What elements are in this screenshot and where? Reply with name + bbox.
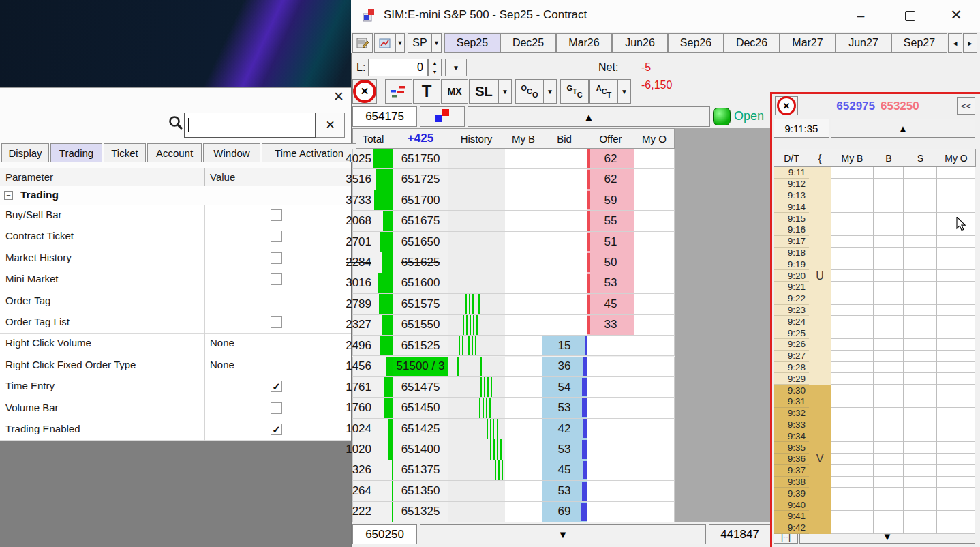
time-cell[interactable] [937,442,975,454]
time-cell[interactable] [874,224,904,236]
tab-contract-dec25[interactable]: Dec25 [500,33,556,53]
time-cell[interactable] [904,499,937,511]
tab-contract-jun27[interactable]: Jun27 [836,33,891,53]
time-cell[interactable] [831,430,874,442]
time-cell[interactable] [831,213,874,224]
time-cell[interactable] [874,477,904,488]
time-cell[interactable] [874,167,904,179]
depth-link-button[interactable] [420,106,465,127]
cancel-all-button[interactable]: ✕ [352,79,377,104]
ladder-cell-myo[interactable] [634,294,675,314]
chart-button[interactable] [374,33,396,53]
time-cell[interactable] [904,442,937,454]
time-cell[interactable] [874,396,904,408]
time-cell[interactable] [937,373,975,385]
time-cell[interactable] [937,201,975,213]
time-cell[interactable] [937,305,975,316]
time-cell[interactable] [874,419,904,431]
param-value[interactable]: None [210,359,234,370]
time-cell[interactable] [904,362,937,374]
ladder-cell-history[interactable] [448,377,506,398]
ladder-cell-offer[interactable] [587,439,635,460]
time-cell[interactable] [831,270,874,282]
time-row-label[interactable]: 9:36 [774,454,809,465]
ladder-cell-offer[interactable] [587,502,635,522]
trail-button[interactable]: T [413,79,440,104]
ladder-col-offer[interactable]: Offer [587,128,635,149]
ladder-cell-bid[interactable]: 15 [542,336,587,356]
settings-row[interactable]: Buy/Sell Bar [0,205,351,226]
param-checkbox[interactable] [271,231,282,242]
ladder-cell-offer[interactable]: 53 [587,274,635,294]
time-cell[interactable] [831,499,874,511]
ladder-cell-total[interactable]: 1024 [352,419,394,439]
chart-dropdown-arrow[interactable]: ▼ [395,33,405,53]
ladder-cell-total[interactable]: 3016 [352,274,394,294]
ladder-cell-offer[interactable] [587,357,635,377]
time-cell[interactable] [904,293,937,305]
ladder-cell-myo[interactable] [634,377,675,398]
ladder-cell-myb[interactable] [505,232,542,252]
ladder-cell-history[interactable] [448,398,506,418]
tab-contract-sep27[interactable]: Sep27 [891,33,947,53]
time-cell[interactable] [937,282,975,293]
ladder-cell-myo[interactable] [634,315,675,336]
low-price-box[interactable]: 650250 [352,524,417,544]
time-cell[interactable] [937,430,975,442]
time-cell[interactable] [831,167,874,179]
time-cell[interactable] [904,282,937,293]
time-cell[interactable] [904,190,937,202]
ladder-cell-total[interactable]: 1020 [352,439,394,460]
settings-tab-trading[interactable]: Trading [50,143,102,162]
time-row-label[interactable]: 9:21 [774,282,809,293]
oco-button[interactable]: OCO [515,79,544,104]
time-cell[interactable] [937,270,975,282]
maximize-button[interactable] [896,4,923,27]
ladder-cell-total[interactable]: 326 [352,460,394,481]
tab-contract-sep26[interactable]: Sep26 [668,33,724,53]
time-row-label[interactable]: 9:29 [774,373,809,385]
time-cell[interactable] [831,396,874,408]
ladder-cell-bid[interactable]: 54 [542,377,587,398]
ladder-cell-bid[interactable] [542,149,587,169]
time-cell[interactable] [937,499,975,511]
ladder-cell-history[interactable] [448,169,506,190]
ladder-cell-total[interactable]: 264 [352,481,394,501]
time-col-s[interactable]: S [904,149,938,167]
ladder-scroll-up-button[interactable]: ▲ [468,106,710,127]
ladder-col-myb[interactable]: My B [505,128,542,149]
ladder-cell-offer[interactable]: 51 [587,232,635,252]
time-cell[interactable] [874,305,904,316]
time-cell[interactable] [874,454,904,465]
gtc-button[interactable]: GTC [560,79,589,104]
ladder-cell-myo[interactable] [634,232,675,252]
settings-tab-display[interactable]: Display [1,143,49,162]
time-row-label[interactable]: 9:32 [774,408,809,419]
settings-row[interactable]: Order Tag List [0,312,351,334]
time-cell[interactable] [904,454,937,465]
time-cell[interactable] [904,396,937,408]
ladder-cell-myb[interactable] [505,460,542,481]
ladder-cell-offer[interactable]: 50 [587,252,635,273]
time-panel-cancel-button[interactable]: ✕ [775,96,798,115]
param-checkbox[interactable] [271,316,282,328]
time-cell[interactable] [904,270,937,282]
time-row-label[interactable]: 9:19 [774,258,809,270]
time-row-label[interactable]: 9:23 [774,305,809,316]
time-row-label[interactable]: 9:41 [774,511,809,522]
act-button[interactable]: ACT [589,79,618,104]
settings-group-row[interactable]: − Trading [0,186,351,205]
ladder-cell-history[interactable] [448,481,506,501]
ladder-scroll-down-button[interactable]: ▼ [420,524,706,544]
ladder-cell-total[interactable]: 2701 [352,232,394,252]
ladder-cell-history[interactable] [448,252,506,273]
ladder-cell-price[interactable]: 651425 [393,419,448,439]
time-row-label[interactable]: 9:11 [774,167,809,179]
settings-row[interactable]: Right Click VolumeNone [0,334,351,355]
time-cell[interactable] [874,339,904,351]
ladder-cell-myb[interactable] [505,190,542,211]
time-cell[interactable] [937,465,975,477]
time-cell[interactable] [831,282,874,293]
minimize-button[interactable]: – [847,4,874,27]
ladder-cell-offer[interactable]: 55 [587,211,635,231]
